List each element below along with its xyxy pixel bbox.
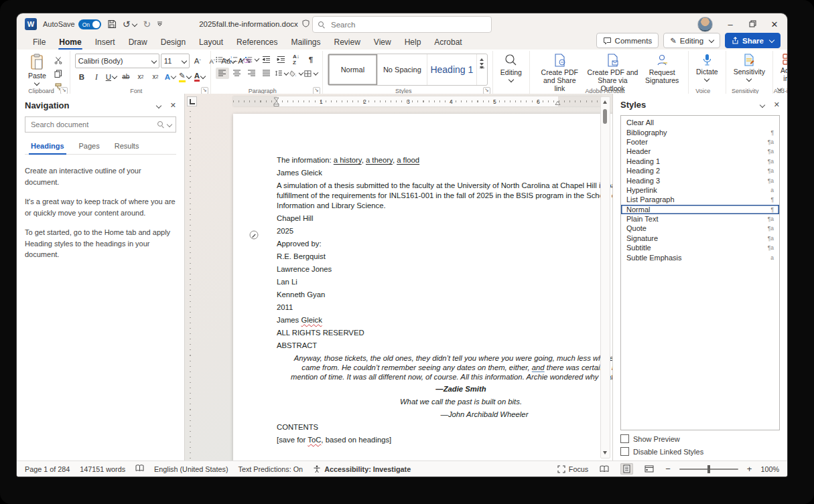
focus-mode-button[interactable]: Focus bbox=[557, 465, 588, 473]
tab-design[interactable]: Design bbox=[154, 36, 192, 50]
doc-approver-1[interactable]: R.E. Bergquist bbox=[277, 252, 612, 262]
show-preview-checkbox[interactable] bbox=[620, 434, 629, 443]
style-item-bibliography[interactable]: Bibliography¶ bbox=[621, 127, 779, 137]
style-item-heading-2[interactable]: Heading 2¶a bbox=[621, 166, 779, 175]
navigation-search-box[interactable] bbox=[25, 116, 176, 133]
doc-link-a-flood[interactable]: a flood bbox=[397, 156, 419, 164]
tab-mailings[interactable]: Mailings bbox=[284, 36, 327, 50]
tab-layout[interactable]: Layout bbox=[192, 36, 230, 50]
tab-selector-button[interactable] bbox=[187, 96, 197, 106]
tab-file[interactable]: File bbox=[26, 36, 52, 50]
scroll-up-icon[interactable] bbox=[603, 100, 607, 104]
editing-menu-button[interactable]: Editing bbox=[498, 52, 525, 83]
style-item-quote[interactable]: Quote¶a bbox=[621, 224, 779, 233]
nav-tab-headings[interactable]: Headings bbox=[25, 139, 70, 154]
word-app-icon[interactable]: W bbox=[25, 18, 37, 30]
style-item-plain-text[interactable]: Plain Text¶a bbox=[621, 214, 779, 224]
doc-author[interactable]: James Gleick bbox=[277, 168, 612, 178]
zoom-slider-thumb[interactable] bbox=[707, 465, 710, 473]
doc-approved-by[interactable]: Approved by: bbox=[277, 239, 612, 249]
cut-button[interactable] bbox=[52, 54, 65, 66]
style-item-normal[interactable]: Normal¶ bbox=[621, 205, 779, 214]
styles-pane-menu-icon[interactable] bbox=[760, 102, 765, 107]
text-effects-button[interactable]: A bbox=[163, 71, 177, 82]
doc-approver-3[interactable]: Lan Li bbox=[277, 277, 612, 287]
zoom-in-button[interactable]: + bbox=[747, 464, 752, 474]
style-heading-1[interactable]: Heading 1 bbox=[427, 54, 477, 85]
search-input[interactable] bbox=[330, 20, 460, 29]
doc-year-2[interactable]: 2011 bbox=[277, 303, 612, 313]
tab-view[interactable]: View bbox=[367, 36, 398, 50]
strikethrough-button[interactable]: ab bbox=[119, 71, 133, 82]
doc-link-a-theory[interactable]: a theory bbox=[366, 156, 393, 164]
redo-button[interactable]: ↻ bbox=[143, 19, 151, 29]
doc-approver-4[interactable]: Kenneth Gyan bbox=[277, 290, 612, 300]
font-name-combo[interactable]: Calibri (Body) bbox=[75, 54, 159, 68]
add-ins-button[interactable]: Add-ins bbox=[778, 52, 787, 84]
justify-button[interactable] bbox=[260, 68, 273, 79]
doc-rights[interactable]: ALL RIGHTS RESERVED bbox=[277, 328, 612, 338]
undo-chevron-icon[interactable] bbox=[132, 21, 137, 26]
document-page[interactable]: The information: a history, a theory, a … bbox=[233, 114, 612, 461]
multilevel-list-button[interactable] bbox=[245, 54, 259, 65]
style-normal[interactable]: Normal bbox=[328, 54, 378, 85]
doc-author-2[interactable]: James Gleick bbox=[277, 315, 612, 325]
comments-button[interactable]: Comments bbox=[596, 33, 659, 48]
line-spacing-button[interactable] bbox=[275, 68, 288, 79]
web-layout-button[interactable] bbox=[642, 464, 657, 474]
save-icon[interactable] bbox=[107, 19, 117, 29]
tab-acrobat[interactable]: Acrobat bbox=[427, 36, 468, 50]
align-center-button[interactable] bbox=[230, 68, 244, 79]
sensitivity-button[interactable]: Sensitivity bbox=[731, 52, 768, 82]
navigation-search-icon[interactable] bbox=[157, 121, 164, 128]
search-box[interactable] bbox=[312, 16, 492, 33]
doc-attribution-2[interactable]: —John Archibald Wheeler bbox=[277, 410, 612, 420]
tab-help[interactable]: Help bbox=[398, 36, 428, 50]
restore-button[interactable] bbox=[748, 19, 757, 29]
nav-tab-results[interactable]: Results bbox=[109, 139, 145, 154]
style-item-signature[interactable]: Signature¶a bbox=[621, 234, 779, 243]
doc-year[interactable]: 2025 bbox=[277, 226, 612, 236]
paste-button[interactable]: Paste bbox=[25, 52, 49, 86]
style-item-subtitle[interactable]: Subtitle¶a bbox=[621, 243, 779, 252]
proofing-status-icon[interactable] bbox=[135, 465, 144, 473]
dictate-button[interactable]: Dictate bbox=[693, 52, 721, 82]
request-signatures-button[interactable]: Request Signatures bbox=[640, 52, 683, 86]
doc-title-line[interactable]: The information: a history, a theory, a … bbox=[277, 155, 612, 165]
align-right-button[interactable] bbox=[245, 68, 259, 79]
right-indent-marker[interactable] bbox=[555, 100, 561, 106]
superscript-button[interactable]: x2 bbox=[149, 71, 162, 82]
decrease-indent-button[interactable] bbox=[260, 54, 273, 65]
first-line-indent-marker[interactable] bbox=[273, 97, 279, 107]
style-item-hyperlink[interactable]: Hyperlinka bbox=[621, 185, 779, 195]
vertical-scrollbar[interactable] bbox=[600, 96, 610, 458]
word-count[interactable]: 147151 words bbox=[80, 465, 125, 473]
style-item-list-paragraph[interactable]: List Paragraph¶ bbox=[621, 195, 779, 204]
shading-button[interactable] bbox=[289, 68, 303, 79]
doc-attribution-1[interactable]: —Zadie Smith bbox=[277, 384, 612, 394]
style-gallery-more[interactable] bbox=[477, 54, 487, 85]
quick-access-menu-icon[interactable] bbox=[157, 21, 163, 27]
navigation-pane-menu-icon[interactable] bbox=[156, 102, 161, 108]
borders-button[interactable] bbox=[304, 68, 318, 79]
doc-approver-2[interactable]: Lawrence Jones bbox=[277, 264, 612, 274]
style-item-heading-1[interactable]: Heading 1¶a bbox=[621, 157, 779, 166]
accessibility-status[interactable]: Accessibility: Investigate bbox=[313, 465, 411, 473]
print-layout-button[interactable] bbox=[620, 463, 633, 475]
increase-indent-button[interactable] bbox=[275, 54, 288, 65]
zoom-out-button[interactable]: − bbox=[665, 464, 671, 474]
minimize-button[interactable]: – bbox=[726, 19, 735, 29]
navigation-close-icon[interactable]: ✕ bbox=[170, 101, 176, 110]
doc-abstract-heading[interactable]: ABSTRACT bbox=[277, 341, 612, 351]
margin-pen-icon[interactable] bbox=[249, 230, 259, 242]
highlight-button[interactable]: ✎ bbox=[178, 71, 192, 82]
zoom-percentage[interactable]: 100% bbox=[760, 465, 779, 473]
doc-link-a-history[interactable]: a history bbox=[334, 156, 362, 164]
sort-button[interactable]: A↓Z bbox=[289, 54, 303, 65]
nav-tab-pages[interactable]: Pages bbox=[73, 139, 106, 154]
text-predictions-indicator[interactable]: Text Predictions: On bbox=[239, 465, 303, 473]
disable-linked-styles-option[interactable]: Disable Linked Styles bbox=[620, 447, 780, 456]
font-size-combo[interactable]: 11 bbox=[161, 54, 190, 68]
style-item-heading-3[interactable]: Heading 3¶a bbox=[621, 175, 779, 185]
show-preview-option[interactable]: Show Preview bbox=[620, 434, 780, 443]
